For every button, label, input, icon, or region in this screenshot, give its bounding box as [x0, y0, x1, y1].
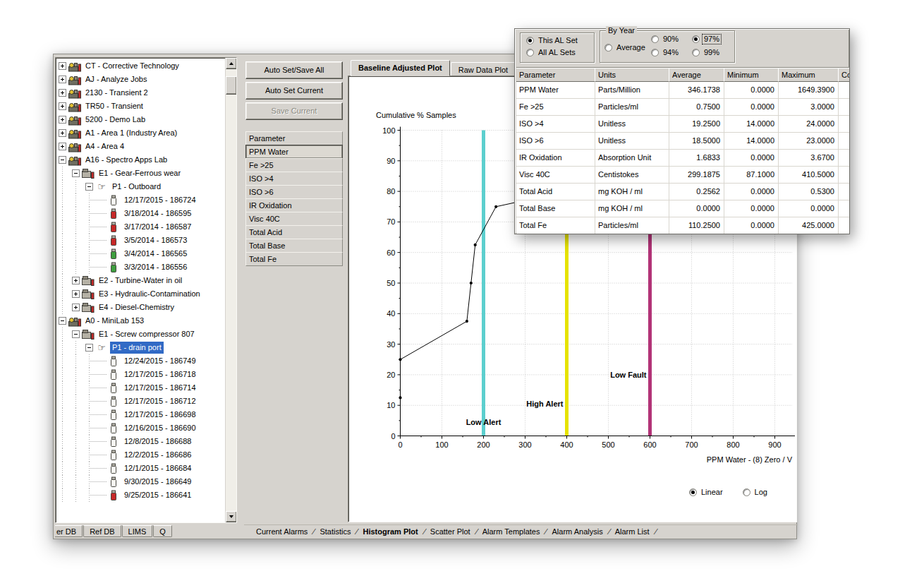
average-radio[interactable]: Average: [604, 43, 647, 52]
scroll-up-icon[interactable]: [226, 58, 237, 69]
tree-item[interactable]: 12/17/2015 - 186698: [56, 408, 225, 421]
tree-item[interactable]: 5200 - Demo Lab: [56, 113, 225, 126]
tree-item[interactable]: A1 - Area 1 (Industry Area): [56, 126, 225, 140]
tab-alarm-list[interactable]: Alarm List: [610, 526, 655, 537]
tree-item[interactable]: A16 - Spectro Apps Lab: [56, 153, 225, 167]
tree-expander[interactable]: [59, 129, 66, 137]
tree-item[interactable]: 12/8/2015 - 186688: [56, 435, 225, 448]
stats-row-total-base[interactable]: Total Basemg KOH / ml0.00000.00000.0000: [516, 200, 849, 217]
tree-item[interactable]: E2 - Turbine-Water in oil: [56, 274, 225, 287]
tree-item[interactable]: 3/4/2014 - 186565: [56, 247, 225, 260]
parameter-item-total-acid[interactable]: Total Acid: [245, 225, 343, 239]
tab-raw-data-plot[interactable]: Raw Data Plot: [451, 62, 516, 76]
db-tab-q[interactable]: Q: [153, 525, 172, 537]
tree-item[interactable]: 2130 - Transient 2: [56, 86, 225, 100]
tree-item[interactable]: ☞P1 - Outboard: [56, 180, 225, 193]
parameter-item-visc-40c[interactable]: Visc 40C: [245, 212, 343, 226]
tree-item[interactable]: 12/1/2015 - 186684: [56, 462, 225, 475]
scroll-down-icon[interactable]: [226, 511, 237, 522]
tree-expander[interactable]: [72, 330, 80, 338]
tree-scrollbar[interactable]: [225, 58, 236, 522]
tree-item[interactable]: AJ - Analyze Jobs: [56, 73, 225, 86]
tree-item[interactable]: E1 - Gear-Ferrous wear: [56, 167, 225, 180]
stats-row-iso-6[interactable]: ISO >6Unitless18.500014.000023.0000: [516, 133, 849, 150]
tree-item[interactable]: 12/17/2015 - 186714: [56, 381, 225, 395]
parameter-item-fe-25[interactable]: Fe >25: [245, 158, 343, 172]
tree-expander[interactable]: [85, 344, 93, 352]
tree-expander[interactable]: [85, 183, 93, 191]
tree-item[interactable]: E3 - Hydraulic-Contamination: [56, 287, 225, 301]
auto-set-current-button[interactable]: Auto Set Current: [245, 82, 343, 100]
parameter-item-total-base[interactable]: Total Base: [245, 239, 343, 253]
tree-expander[interactable]: [59, 102, 66, 110]
tree-expander[interactable]: [72, 169, 80, 177]
tree-item[interactable]: 9/30/2015 - 186649: [56, 475, 225, 488]
parameter-item-iso-4[interactable]: ISO >4: [245, 172, 343, 186]
auto-set-save-all-button[interactable]: Auto Set/Save All: [245, 61, 343, 79]
tab-scatter-plot[interactable]: Scatter Plot: [425, 526, 475, 537]
tree-expander[interactable]: [59, 317, 66, 325]
97-radio[interactable]: 97%: [692, 35, 733, 44]
tree-item[interactable]: E1 - Screw compressor 807: [56, 328, 225, 341]
94-radio[interactable]: 94%: [651, 48, 692, 57]
column-header-minimum[interactable]: Minimum: [724, 68, 779, 82]
tree-expander[interactable]: [59, 89, 66, 97]
column-header-maximum[interactable]: Maximum: [778, 68, 839, 82]
90-radio[interactable]: 90%: [651, 35, 692, 44]
tree-item[interactable]: 12/17/2015 - 186724: [56, 193, 225, 207]
column-header-average[interactable]: Average: [669, 68, 724, 82]
tree-item[interactable]: ☞P1 - drain port: [56, 341, 225, 354]
tab-histogram-plot[interactable]: Histogram Plot: [358, 526, 423, 537]
tree-expander[interactable]: [59, 143, 66, 150]
tree-item[interactable]: 3/3/2014 - 186556: [56, 260, 225, 274]
tree-item[interactable]: 9/25/2015 - 186641: [56, 488, 225, 502]
tree-expander[interactable]: [59, 76, 66, 83]
stats-row-ppm-water[interactable]: PPM WaterParts/Million346.17380.00001649…: [516, 82, 849, 99]
stats-row-ir-oxidation[interactable]: IR OxidationAbsorption Unit1.68330.00003…: [516, 150, 849, 167]
tree-expander[interactable]: [72, 304, 80, 311]
stats-row-fe-25[interactable]: Fe >25Particles/ml0.75000.00003.0000: [516, 99, 849, 116]
db-tab-ref-db[interactable]: Ref DB: [83, 525, 121, 537]
parameter-item-ir-oxidation[interactable]: IR Oxidation: [245, 198, 343, 212]
db-tab-er-db[interactable]: er DB: [55, 525, 83, 537]
parameter-item-ppm-water[interactable]: PPM Water: [245, 145, 343, 159]
stats-row-visc-40c[interactable]: Visc 40CCentistokes299.187587.1000410.50…: [516, 167, 849, 184]
scrollbar-thumb[interactable]: [226, 76, 237, 95]
tab-statistics[interactable]: Statistics: [315, 526, 355, 537]
tree-item[interactable]: A4 - Area 4: [56, 140, 225, 153]
tree-item[interactable]: A0 - MiniLab 153: [56, 314, 225, 328]
log-radio[interactable]: Log: [743, 488, 769, 497]
tree-expander[interactable]: [59, 116, 66, 124]
parameter-item-total-fe[interactable]: Total Fe: [245, 252, 343, 266]
this-al-set-radio[interactable]: This AL Set: [526, 36, 594, 45]
tree-expander[interactable]: [59, 156, 66, 164]
tab-alarm-templates[interactable]: Alarm Templates: [478, 526, 545, 537]
tree-item[interactable]: 12/2/2015 - 186686: [56, 448, 225, 462]
column-header-parameter[interactable]: Parameter: [516, 68, 595, 82]
tree-item[interactable]: TR50 - Transient: [56, 100, 225, 113]
column-header-cou[interactable]: Cou: [838, 68, 849, 82]
column-header-units[interactable]: Units: [595, 68, 669, 82]
tree-item[interactable]: 3/17/2014 - 186587: [56, 220, 225, 234]
tree-item[interactable]: 3/18/2014 - 186595: [56, 207, 225, 220]
tab-alarm-analysis[interactable]: Alarm Analysis: [547, 526, 608, 537]
stats-row-iso-4[interactable]: ISO >4Unitless19.250014.000024.0000: [516, 116, 849, 133]
tree-expander[interactable]: [72, 277, 80, 284]
99-radio[interactable]: 99%: [692, 48, 733, 57]
tree-item[interactable]: 12/17/2015 - 186718: [56, 368, 225, 381]
stats-row-total-fe[interactable]: Total FeParticles/ml110.25000.0000425.00…: [516, 217, 849, 234]
tree-item[interactable]: 12/17/2015 - 186712: [56, 395, 225, 408]
tree-item[interactable]: 12/24/2015 - 186749: [56, 354, 225, 368]
parameter-item-iso-6[interactable]: ISO >6: [245, 185, 343, 199]
all-al-sets-radio[interactable]: All AL Sets: [526, 48, 594, 57]
db-tab-lims[interactable]: LIMS: [122, 525, 153, 537]
tree-expander[interactable]: [72, 290, 80, 298]
tab-current-alarms[interactable]: Current Alarms: [251, 526, 312, 537]
stats-row-total-acid[interactable]: Total Acidmg KOH / ml0.25620.00000.5300: [516, 184, 849, 200]
tree-item[interactable]: CT - Corrective Technology: [56, 59, 225, 73]
tree-item[interactable]: 12/16/2015 - 186690: [56, 421, 225, 435]
tree-item[interactable]: E4 - Diesel-Chemistry: [56, 301, 225, 314]
tree-expander[interactable]: [59, 62, 66, 70]
tree-item[interactable]: 3/5/2014 - 186573: [56, 234, 225, 247]
tab-baseline-adjusted-plot[interactable]: Baseline Adjusted Plot: [351, 60, 450, 76]
